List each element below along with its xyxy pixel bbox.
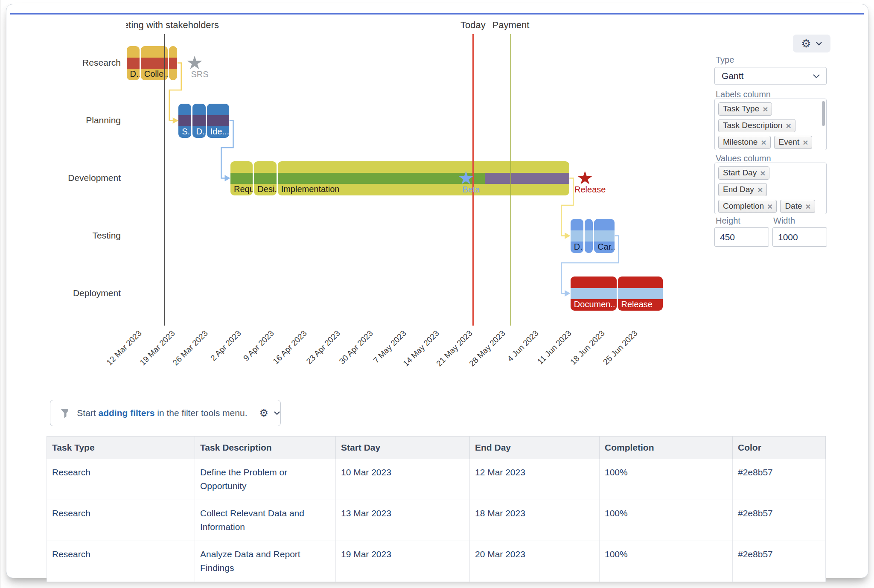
- tag-remove-icon[interactable]: ×: [767, 202, 772, 211]
- table-cell: #2e8b57: [733, 541, 826, 582]
- column-tag[interactable]: Start Day×: [718, 166, 769, 180]
- column-tag-label: End Day: [723, 185, 754, 194]
- tag-remove-icon[interactable]: ×: [761, 138, 766, 147]
- column-tag[interactable]: Event×: [774, 136, 813, 149]
- column-tag-label: Completion: [723, 201, 764, 211]
- gridline-vertical: [0, 0, 0, 288]
- type-label: Type: [716, 55, 734, 65]
- scrollbar-thumb[interactable]: [822, 101, 825, 126]
- column-tag[interactable]: Milestone×: [718, 136, 771, 149]
- tag-remove-icon[interactable]: ×: [803, 138, 808, 147]
- filter-chevron-down-icon[interactable]: [274, 411, 280, 415]
- column-tag-label: Task Type: [723, 104, 759, 114]
- chevron-down-icon: [816, 41, 822, 46]
- column-tag[interactable]: Date×: [780, 200, 815, 213]
- table-header-cell: Completion: [600, 437, 733, 459]
- values-column-label: Values column: [716, 154, 771, 163]
- gear-icon: ⚙: [801, 38, 811, 49]
- table-cell: 100%: [600, 459, 733, 500]
- column-tag[interactable]: End Day×: [718, 183, 767, 196]
- column-tag[interactable]: Completion×: [718, 200, 777, 213]
- type-select[interactable]: Gantt: [714, 67, 827, 85]
- table-row: ResearchAnalyze Data and Report Findings…: [47, 541, 826, 582]
- column-tag[interactable]: Task Description×: [718, 119, 795, 132]
- page: D..Colle..ResearchS...D..Ide...PlanningR…: [0, 0, 874, 588]
- adding-filters-link[interactable]: adding filters: [99, 408, 155, 418]
- gridline-vertical: [0, 576, 0, 588]
- column-tag-label: Milestone: [723, 137, 757, 147]
- tag-remove-icon[interactable]: ×: [757, 185, 763, 194]
- labels-column-label: Labels column: [716, 90, 771, 99]
- table-cell: #2e8b57: [733, 500, 826, 541]
- table-header-cell: Task Type: [47, 437, 195, 459]
- table-header-row: Task TypeTask DescriptionStart DayEnd Da…: [47, 437, 826, 459]
- values-column-box: Start Day×End Day×Completion×Date×: [714, 163, 827, 214]
- type-select-value: Gantt: [722, 71, 743, 81]
- table-cell: 10 Mar 2023: [336, 459, 470, 500]
- table-header-cell: Start Day: [336, 437, 470, 459]
- table-cell: #2e8b57: [733, 459, 826, 500]
- source-data-table: Task TypeTask DescriptionStart DayEnd Da…: [47, 436, 826, 582]
- width-input[interactable]: [772, 227, 827, 247]
- column-tag-label: Start Day: [723, 168, 757, 178]
- table-header-cell: Task Description: [195, 437, 336, 459]
- table-row: ResearchDefine the Problem or Opportunit…: [47, 459, 826, 500]
- table-cell: 100%: [600, 500, 733, 541]
- table-cell: Analyze Data and Report Findings: [195, 541, 336, 582]
- chart-settings-button[interactable]: ⚙: [793, 35, 830, 52]
- width-label: Width: [773, 216, 795, 226]
- table-cell: Collect Relevant Data and Information: [195, 500, 336, 541]
- table-cell: Research: [47, 500, 195, 541]
- height-input[interactable]: [714, 227, 769, 247]
- table-header-cell: End Day: [470, 437, 600, 459]
- filter-bar: Start adding filters in the filter tools…: [50, 400, 281, 426]
- table-cell: 19 Mar 2023: [336, 541, 470, 582]
- chevron-down-icon: [813, 74, 820, 79]
- table-cell: 18 Mar 2023: [470, 500, 600, 541]
- gridline-vertical: [0, 288, 0, 576]
- tag-remove-icon[interactable]: ×: [763, 105, 768, 114]
- table-cell: 20 Mar 2023: [470, 541, 600, 582]
- table-row: ResearchCollect Relevant Data and Inform…: [47, 500, 826, 541]
- tag-remove-icon[interactable]: ×: [760, 169, 765, 178]
- labels-column-box: Task Type×Task Description×Milestone×Eve…: [714, 99, 827, 150]
- table-cell: 12 Mar 2023: [470, 459, 600, 500]
- column-tag-label: Date: [785, 201, 802, 211]
- filter-funnel-icon: [60, 408, 68, 419]
- table-cell: Research: [47, 541, 195, 582]
- table-cell: 13 Mar 2023: [336, 500, 470, 541]
- table-cell: Define the Problem or Opportunity: [195, 459, 336, 500]
- column-tag-label: Task Description: [723, 121, 782, 130]
- table-cell: Research: [47, 459, 195, 500]
- tag-remove-icon[interactable]: ×: [806, 202, 811, 211]
- column-tag[interactable]: Task Type×: [718, 102, 772, 116]
- table-cell: 100%: [600, 541, 733, 582]
- filter-hint-text: Start adding filters in the filter tools…: [77, 408, 247, 418]
- table-header-cell: Color: [733, 437, 826, 459]
- tag-remove-icon[interactable]: ×: [786, 121, 791, 130]
- height-label: Height: [716, 216, 740, 226]
- card-accent-line: [10, 13, 864, 15]
- column-tag-label: Event: [779, 137, 800, 147]
- filter-gear-icon[interactable]: ⚙: [259, 408, 268, 418]
